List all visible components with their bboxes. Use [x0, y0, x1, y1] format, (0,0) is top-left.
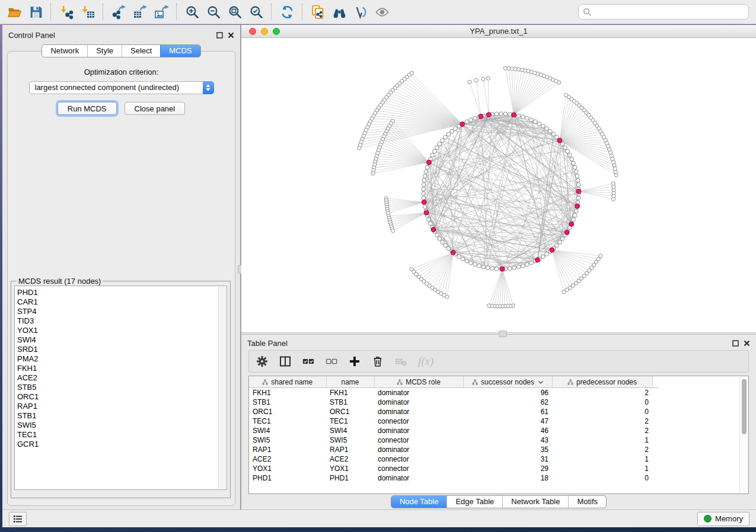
cell-shared-name[interactable]: RAP1: [249, 445, 326, 454]
cell-MCDS-role[interactable]: dominator: [374, 445, 463, 454]
settings-gear-icon[interactable]: [256, 355, 268, 367]
mcds-result-item[interactable]: STB5: [17, 383, 227, 392]
cell-successor-nodes[interactable]: 35: [463, 445, 552, 454]
cell-shared-name[interactable]: SWI5: [249, 435, 326, 445]
show-columns-icon[interactable]: [279, 355, 291, 367]
mcds-result-item[interactable]: TEC1: [17, 430, 227, 440]
cell-predecessor-nodes[interactable]: 1: [552, 464, 652, 473]
add-column-icon[interactable]: [349, 355, 361, 367]
cell-MCDS-role[interactable]: dominator: [374, 407, 463, 416]
cell-name[interactable]: RAP1: [326, 445, 374, 454]
scrollbar-thumb[interactable]: [742, 379, 747, 434]
mcds-result-item[interactable]: STP4: [17, 307, 227, 316]
tab-mcds[interactable]: MCDS: [160, 45, 200, 57]
mcds-result-item[interactable]: ORC1: [17, 392, 227, 402]
table-row[interactable]: TEC1TEC1connector472: [249, 416, 659, 426]
tab-style[interactable]: Style: [87, 45, 122, 57]
search-input[interactable]: [594, 5, 748, 18]
cell-predecessor-nodes[interactable]: 1: [552, 454, 652, 464]
table-row[interactable]: YOX1YOX1connector291: [249, 464, 659, 473]
network-graph[interactable]: [241, 38, 756, 332]
cell-name[interactable]: STB1: [326, 398, 374, 407]
close-panel-icon[interactable]: [228, 32, 234, 39]
zoom-selected-icon[interactable]: [245, 2, 267, 21]
cell-shared-name[interactable]: PHD1: [249, 473, 326, 483]
mcds-result-item[interactable]: STB1: [17, 411, 227, 421]
cell-predecessor-nodes[interactable]: 2: [552, 388, 652, 398]
float-panel-icon[interactable]: [216, 32, 223, 39]
column-header-MCDS-role[interactable]: MCDS role: [374, 376, 463, 388]
tab-network[interactable]: Network: [42, 45, 87, 57]
export-network-icon[interactable]: [108, 2, 129, 21]
cell-name[interactable]: FKH1: [326, 388, 374, 398]
cell-MCDS-role[interactable]: dominator: [374, 398, 463, 407]
tab-select[interactable]: Select: [122, 45, 160, 57]
cell-shared-name[interactable]: STB1: [249, 398, 326, 407]
zoom-in-icon[interactable]: [181, 2, 203, 21]
cell-name[interactable]: TEC1: [326, 416, 374, 426]
import-table-icon[interactable]: [77, 2, 98, 21]
tab-network-table[interactable]: Network Table: [502, 496, 568, 508]
mcds-result-item[interactable]: TID3: [17, 316, 227, 326]
cell-MCDS-role[interactable]: dominator: [374, 473, 463, 483]
mcds-result-item[interactable]: RAP1: [17, 402, 227, 411]
cell-successor-nodes[interactable]: 61: [463, 407, 552, 416]
criterion-select[interactable]: largest connected component (undirected): [29, 81, 214, 94]
list-scrollbar[interactable]: [218, 287, 226, 489]
table-row[interactable]: STB1STB1dominator620: [249, 398, 659, 407]
close-panel-button[interactable]: Close panel: [125, 102, 186, 115]
maximize-window-icon[interactable]: [273, 28, 280, 35]
mcds-result-item[interactable]: YOX1: [17, 326, 227, 335]
table-row[interactable]: PHD1PHD1dominator180: [249, 473, 659, 483]
cell-MCDS-role[interactable]: connector: [374, 454, 463, 464]
tab-edge-table[interactable]: Edge Table: [446, 496, 502, 508]
table-scrollbar[interactable]: [739, 376, 748, 493]
mcds-result-item[interactable]: FKH1: [17, 364, 227, 373]
cell-predecessor-nodes[interactable]: 2: [552, 426, 652, 435]
close-panel-icon[interactable]: [744, 340, 750, 347]
cell-shared-name[interactable]: SWI4: [249, 426, 326, 435]
column-header-shared-name[interactable]: shared name: [249, 376, 326, 388]
cell-successor-nodes[interactable]: 47: [463, 416, 552, 426]
cell-predecessor-nodes[interactable]: 0: [552, 398, 652, 407]
zoom-out-icon[interactable]: [203, 2, 224, 21]
mcds-result-item[interactable]: CAR1: [17, 297, 227, 307]
table-row[interactable]: ACE2ACE2connector311: [249, 454, 659, 464]
export-image-icon[interactable]: [151, 2, 172, 21]
cell-shared-name[interactable]: TEC1: [249, 416, 326, 426]
import-network-icon[interactable]: [56, 2, 77, 21]
memory-button[interactable]: Memory: [697, 512, 749, 526]
cell-MCDS-role[interactable]: connector: [374, 464, 463, 473]
run-mcds-button[interactable]: Run MCDS: [58, 102, 117, 115]
tab-motifs[interactable]: Motifs: [568, 496, 606, 508]
cell-predecessor-nodes[interactable]: 0: [552, 407, 652, 416]
mcds-result-item[interactable]: GCR1: [17, 440, 227, 449]
cell-shared-name[interactable]: ORC1: [249, 407, 326, 416]
network-from-selection-icon[interactable]: [307, 2, 328, 21]
delete-column-icon[interactable]: [372, 355, 384, 367]
cell-name[interactable]: ORC1: [326, 407, 374, 416]
cell-MCDS-role[interactable]: dominator: [374, 388, 463, 398]
cell-predecessor-nodes[interactable]: 0: [552, 473, 652, 483]
hide-visual-properties-icon[interactable]: [350, 2, 371, 21]
deselect-all-icon[interactable]: [326, 355, 337, 367]
cell-MCDS-role[interactable]: dominator: [374, 426, 463, 435]
zoom-fit-icon[interactable]: [224, 2, 245, 21]
save-icon[interactable]: [25, 2, 46, 21]
table-row[interactable]: RAP1RAP1dominator352: [249, 445, 659, 454]
cell-successor-nodes[interactable]: 62: [463, 398, 552, 407]
mcds-result-item[interactable]: SWI5: [17, 421, 227, 430]
column-header-predecessor-nodes[interactable]: predecessor nodes: [552, 376, 652, 388]
cell-shared-name[interactable]: FKH1: [249, 388, 326, 398]
table-row[interactable]: SWI5SWI5connector431: [249, 435, 659, 445]
float-panel-icon[interactable]: [732, 340, 739, 347]
mcds-result-item[interactable]: SWI4: [17, 335, 227, 345]
minimize-window-icon[interactable]: [261, 28, 268, 35]
cell-shared-name[interactable]: ACE2: [249, 454, 326, 464]
cell-MCDS-role[interactable]: connector: [374, 416, 463, 426]
status-menu-button[interactable]: [9, 512, 27, 526]
find-binoculars-icon[interactable]: [328, 2, 350, 21]
mcds-result-item[interactable]: ACE2: [17, 373, 227, 383]
table-row[interactable]: SWI4SWI4dominator462: [249, 426, 659, 435]
cell-predecessor-nodes[interactable]: 2: [552, 445, 652, 454]
